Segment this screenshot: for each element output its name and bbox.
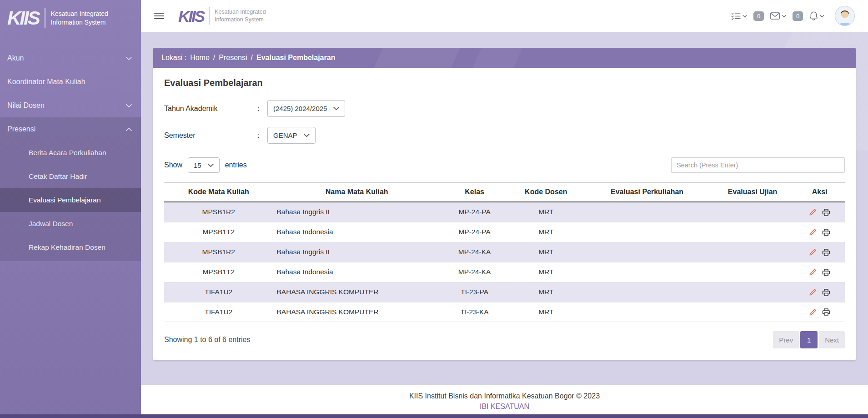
breadcrumb-separator: / bbox=[213, 54, 215, 62]
user-avatar[interactable] bbox=[834, 5, 855, 26]
sidebar-item-akun[interactable]: Akun bbox=[0, 46, 141, 70]
envelope-icon bbox=[770, 12, 780, 20]
notifications-menu-button[interactable] bbox=[808, 10, 826, 22]
edit-icon[interactable] bbox=[809, 268, 817, 276]
content-area: Lokasi : Home / Presensi / Evaluasi Pemb… bbox=[141, 32, 868, 385]
print-icon[interactable] bbox=[822, 248, 830, 257]
evaluasi-table: Kode Mata Kuliah Nama Mata Kuliah Kelas … bbox=[164, 182, 845, 322]
cell-kode: MPSB1T2 bbox=[164, 222, 273, 242]
page-1-button[interactable]: 1 bbox=[800, 331, 818, 348]
print-icon[interactable] bbox=[822, 208, 830, 217]
sidebar-toggle-button[interactable] bbox=[154, 12, 165, 20]
cell-dosen: MRT bbox=[508, 242, 583, 262]
cell-kode: TIFA1U2 bbox=[164, 302, 273, 322]
brand-subtitle-line1: Kesatuan Integrated bbox=[215, 8, 266, 16]
table-row: MPSB1T2 Bahasa Indonesia MP-24-PA MRT bbox=[164, 222, 845, 242]
sidebar-item-koordinator-mata-kuliah[interactable]: Koordinator Mata Kuliah bbox=[0, 70, 141, 94]
col-header-kode-mata-kuliah: Kode Mata Kuliah bbox=[164, 182, 273, 202]
cell-dosen: MRT bbox=[508, 222, 583, 242]
print-icon[interactable] bbox=[822, 308, 830, 316]
chevron-down-icon bbox=[208, 163, 214, 167]
cell-dosen: MRT bbox=[508, 282, 583, 302]
cell-aksi bbox=[794, 202, 845, 222]
pagination: Prev 1 Next bbox=[773, 331, 845, 348]
evaluasi-card: Evaluasi Pembelajaran Tahun Akademik : (… bbox=[153, 68, 856, 360]
print-icon[interactable] bbox=[822, 288, 830, 297]
next-page-button[interactable]: Next bbox=[819, 331, 845, 348]
tahun-akademik-filter: Tahun Akademik : (2425) 2024/2025 bbox=[164, 100, 845, 117]
cell-aksi bbox=[794, 262, 845, 282]
cell-evaluasi-perkuliahan bbox=[583, 222, 711, 242]
breadcrumb-home-link[interactable]: Home bbox=[190, 54, 210, 62]
sidebar-item-nilai-dosen[interactable]: Nilai Dosen bbox=[0, 94, 141, 117]
sidebar: KIIS Kesatuan Integrated Information Sys… bbox=[0, 0, 141, 418]
footer-ibi-kesatuan-link[interactable]: IBI KESATUAN bbox=[480, 403, 529, 411]
cell-evaluasi-ujian bbox=[711, 222, 794, 242]
cell-nama: Bahasa Indonesia bbox=[273, 262, 441, 282]
prev-page-button[interactable]: Prev bbox=[773, 331, 799, 348]
app-root: KIIS Kesatuan Integrated Information Sys… bbox=[0, 0, 868, 418]
footer-copyright: KIIS Institut Bisnis dan Informatika Kes… bbox=[141, 392, 868, 400]
caret-down-icon bbox=[782, 15, 786, 18]
print-icon[interactable] bbox=[822, 228, 830, 237]
edit-icon[interactable] bbox=[809, 228, 817, 236]
bottom-accent-bar bbox=[0, 414, 868, 418]
chevron-down-icon bbox=[126, 104, 132, 108]
breadcrumb-prefix: Lokasi : bbox=[161, 54, 186, 62]
cell-kelas: MP-24-PA bbox=[441, 222, 509, 242]
col-header-nama-mata-kuliah: Nama Mata Kuliah bbox=[273, 182, 441, 202]
edit-icon[interactable] bbox=[809, 208, 817, 216]
breadcrumb: Lokasi : Home / Presensi / Evaluasi Pemb… bbox=[153, 48, 856, 68]
messages-menu-button[interactable] bbox=[768, 10, 788, 21]
sidebar-item-cetak-daftar-hadir[interactable]: Cetak Daftar Hadir bbox=[0, 165, 141, 188]
messages-count-badge: 0 bbox=[793, 11, 803, 21]
edit-icon[interactable] bbox=[809, 308, 817, 316]
entries-per-page-value: 15 bbox=[194, 161, 201, 169]
table-controls: Show 15 entries bbox=[164, 157, 845, 173]
cell-kode: MPSB1R2 bbox=[164, 202, 273, 222]
search-input[interactable] bbox=[671, 157, 845, 173]
col-header-evaluasi-perkuliahan: Evaluasi Perkuliahan bbox=[583, 182, 711, 202]
submenu-item-label: Jadwal Dosen bbox=[29, 220, 73, 228]
cell-nama: BAHASA INGGRIS KOMPUTER bbox=[273, 282, 441, 302]
topbar-icons: 0 0 bbox=[729, 5, 855, 26]
tasks-menu-button[interactable] bbox=[729, 10, 749, 22]
edit-icon[interactable] bbox=[809, 248, 817, 256]
sidebar-item-berita-acara-perkuliahan[interactable]: Berita Acara Perkuliahan bbox=[0, 141, 141, 165]
cell-nama: BAHASA INGGRIS KOMPUTER bbox=[273, 302, 441, 322]
submenu-item-label: Evaluasi Pembelajaran bbox=[29, 196, 101, 204]
footer: KIIS Institut Bisnis dan Informatika Kes… bbox=[141, 385, 868, 418]
tahun-akademik-select[interactable]: (2425) 2024/2025 bbox=[267, 100, 345, 117]
entries-label: entries bbox=[225, 161, 247, 169]
semester-select[interactable]: GENAP bbox=[267, 127, 316, 144]
cell-evaluasi-ujian bbox=[711, 282, 794, 302]
cell-aksi bbox=[794, 222, 845, 242]
breadcrumb-separator: / bbox=[251, 54, 253, 62]
entries-per-page-select[interactable]: 15 bbox=[188, 157, 220, 173]
brand-subtitle: Kesatuan Integrated Information System bbox=[51, 10, 108, 27]
brand-subtitle: Kesatuan Integrated Information System bbox=[215, 8, 266, 24]
sidebar-item-jadwal-dosen[interactable]: Jadwal Dosen bbox=[0, 212, 141, 236]
semester-label: Semester bbox=[164, 131, 257, 140]
sidebar-item-label: Akun bbox=[7, 54, 24, 62]
sidebar-menu: Akun Koordinator Mata Kuliah Nilai Dosen… bbox=[0, 46, 141, 261]
col-header-kelas: Kelas bbox=[441, 182, 509, 202]
cell-dosen: MRT bbox=[508, 202, 583, 222]
sidebar-item-presensi[interactable]: Presensi bbox=[0, 117, 141, 141]
cell-kode: TIFA1U2 bbox=[164, 282, 273, 302]
cell-nama: Bahasa Indonesia bbox=[273, 222, 441, 242]
cell-kelas: MP-24-KA bbox=[441, 242, 509, 262]
sidebar-item-evaluasi-pembelajaran[interactable]: Evaluasi Pembelajaran bbox=[0, 188, 141, 212]
edit-icon[interactable] bbox=[809, 288, 817, 296]
col-header-aksi: Aksi bbox=[794, 182, 845, 202]
sidebar-item-rekap-kehadiran-dosen[interactable]: Rekap Kehadiran Dosen bbox=[0, 236, 141, 259]
chevron-down-icon bbox=[126, 56, 132, 60]
table-row: TIFA1U2 BAHASA INGGRIS KOMPUTER TI-23-PA… bbox=[164, 282, 845, 302]
cell-kelas: TI-23-KA bbox=[441, 302, 509, 322]
kiis-logo: KIIS bbox=[7, 9, 39, 28]
cell-nama: Bahasa Inggris II bbox=[273, 242, 441, 262]
print-icon[interactable] bbox=[822, 268, 830, 277]
table-row: MPSB1R2 Bahasa Inggris II MP-24-KA MRT bbox=[164, 242, 845, 262]
breadcrumb-presensi-link[interactable]: Presensi bbox=[219, 54, 247, 62]
entries-summary: Showing 1 to 6 of 6 entries bbox=[164, 336, 250, 344]
